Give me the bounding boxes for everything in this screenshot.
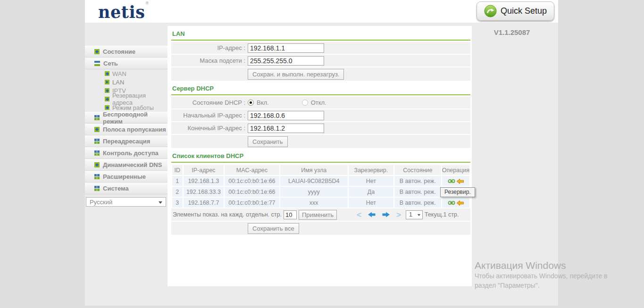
netis-logo: netis® (98, 1, 149, 22)
dhcp-on-radio[interactable] (248, 100, 254, 106)
next-page-icon[interactable] (382, 212, 390, 217)
bullet-icon (94, 162, 100, 167)
items-per-page-input[interactable] (284, 210, 297, 219)
table-header-row: ID IP-адрес MAC-адрес Имя узла Зарезерви… (172, 165, 469, 175)
quick-setup-icon (484, 5, 497, 17)
sidebar-item-label: Расширенные (103, 173, 146, 180)
grid-icon (94, 174, 100, 179)
sidebar-item-system[interactable]: Система (85, 183, 167, 194)
last-page-icon[interactable]: > (396, 211, 401, 219)
chevron-down-icon (159, 201, 162, 204)
cell-ip: 192.168.33.3 (184, 187, 224, 197)
sidebar-item-forwarding[interactable]: Переадресация (85, 135, 167, 147)
quick-setup-label: Quick Setup (501, 6, 547, 16)
clients-section-title: Список клиентов DHCP (171, 149, 470, 162)
current-page-label: Текущ.1 стр. (425, 211, 459, 218)
section-divider (171, 40, 470, 41)
page-number-value: 1 (409, 211, 412, 218)
dhcp-section-title: Сервер DHCP (171, 82, 470, 94)
logo-text: netis (98, 2, 145, 22)
lan-ip-input[interactable] (248, 43, 324, 53)
cell-id: 2 (172, 187, 183, 197)
cell-operation (442, 176, 469, 186)
col-header-host: Имя узла (280, 165, 348, 175)
firmware-version: V1.1.25087 (472, 28, 552, 36)
sidebar: Состояние Сеть WAN LAN IPTV Резервация а… (85, 26, 167, 207)
dhcp-off-radio[interactable] (302, 100, 308, 106)
dhcp-start-ip-input[interactable] (248, 111, 324, 120)
main-content: LAN IP-адрес : Маска подсети : Сохран. и… (167, 26, 472, 286)
reserve-icon[interactable] (448, 179, 455, 183)
section-divider (171, 162, 470, 163)
sidebar-item-address-reservation[interactable]: Резервация адреса (85, 95, 167, 103)
section-divider (171, 94, 470, 95)
bullet-icon (94, 49, 100, 54)
dhcp-end-label: Конечный IP-адрес : (171, 125, 248, 132)
reserve-icon[interactable] (448, 200, 455, 205)
sidebar-item-status[interactable]: Состояние (85, 46, 167, 58)
col-header-state: Состояние (394, 165, 441, 175)
prev-page-icon[interactable] (368, 212, 376, 217)
edit-icon[interactable] (457, 200, 464, 206)
sidebar-item-label: LAN (112, 79, 124, 86)
sidebar-item-dynamic-dns[interactable]: Динамический DNS (85, 159, 167, 171)
sidebar-item-label: Режим работы (112, 104, 154, 111)
sidebar-item-label: Полоса пропускания (103, 126, 166, 133)
registered-mark: ® (145, 1, 149, 6)
lan-save-reboot-button[interactable]: Сохран. и выполн. перезагруз. (248, 69, 344, 80)
lan-mask-row: Маска подсети : (171, 55, 470, 67)
table-row: 3 192.168.7.7 00:1c:c0:b0:1e:77 xxx Нет … (172, 198, 469, 208)
cell-operation (442, 198, 469, 208)
quick-setup-button[interactable]: Quick Setup (477, 1, 554, 21)
sidebar-item-wireless[interactable]: Беспроводной режим (85, 112, 167, 124)
router-admin-page: netis® Quick Setup Состояние (85, 0, 558, 306)
page-number-select[interactable]: 1 (406, 210, 423, 219)
sidebar-item-label: Динамический DNS (103, 161, 162, 168)
sidebar-item-access-control[interactable]: Контроль доступа (85, 147, 167, 159)
items-per-page-label: Элементы показ. на кажд. отдельн. стр. (173, 211, 282, 218)
sidebar-item-bandwidth[interactable]: Полоса пропускания (85, 124, 167, 135)
dhcp-start-label: Начальный IP-адрес : (171, 112, 248, 119)
cell-reserved: Нет (349, 176, 393, 186)
dhcp-save-row: Сохранить (171, 135, 470, 148)
sidebar-item-network[interactable]: Сеть (85, 58, 167, 69)
dhcp-start-row: Начальный IP-адрес : (171, 109, 470, 121)
sidebar-item-label: Сеть (103, 60, 118, 67)
dhcp-end-row: Конечный IP-адрес : (171, 122, 470, 134)
sidebar-menu: Состояние Сеть WAN LAN IPTV Резервация а… (85, 46, 167, 194)
lan-mask-input[interactable] (248, 56, 324, 66)
language-select[interactable]: Русский (86, 197, 166, 207)
cell-reserved: Да (349, 187, 393, 197)
sidebar-item-label: Переадресация (103, 138, 150, 145)
dhcp-end-ip-input[interactable] (248, 124, 324, 133)
bullet-icon (105, 88, 109, 93)
lan-ip-row: IP-адрес : (171, 42, 470, 54)
cell-host: xxx (280, 198, 348, 208)
save-all-row: Сохранить все (171, 222, 470, 235)
edit-icon[interactable] (457, 179, 464, 184)
language-value: Русский (90, 199, 112, 206)
dhcp-clients-table: ID IP-адрес MAC-адрес Имя узла Зарезерви… (171, 164, 470, 208)
sidebar-item-lan[interactable]: LAN (85, 78, 167, 86)
sidebar-item-label: WAN (112, 70, 126, 77)
sidebar-item-label: Беспроводной режим (103, 111, 167, 125)
chevron-down-icon (418, 214, 420, 216)
lan-mask-label: Маска подсети : (171, 57, 248, 64)
first-page-icon[interactable]: < (357, 211, 361, 219)
dhcp-save-button[interactable]: Сохранить (248, 136, 288, 147)
cell-mac: 00:1c:c0:b0:1e:66 (225, 176, 279, 186)
cell-host: yyyy (280, 187, 348, 197)
dhcp-on-label: Вкл. (257, 99, 269, 106)
lan-ip-label: IP-адрес : (171, 44, 248, 51)
sidebar-item-label: Контроль доступа (103, 150, 159, 157)
apply-button[interactable]: Применить (299, 210, 337, 220)
cell-state: В автон. реж. (394, 187, 441, 197)
sidebar-item-advanced[interactable]: Расширенные (85, 171, 167, 183)
sidebar-item-label: Состояние (103, 48, 135, 55)
save-all-button[interactable]: Сохранить все (248, 223, 299, 234)
expanded-section-icon (94, 61, 100, 66)
bullet-icon (105, 97, 109, 101)
cell-id: 1 (172, 176, 183, 186)
sidebar-item-wan[interactable]: WAN (85, 69, 167, 78)
cell-mac: 00:1c:c0:b0:1e:77 (225, 198, 279, 208)
